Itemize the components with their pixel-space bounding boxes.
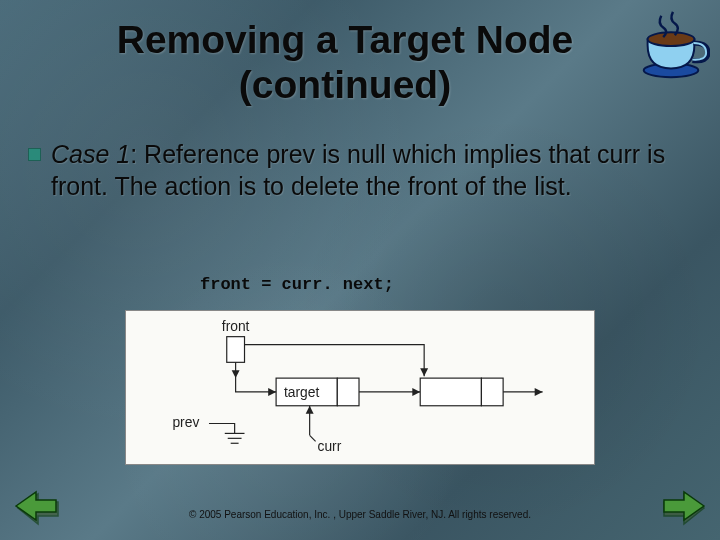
diagram-prev-label: prev — [172, 414, 199, 430]
slide-title: Removing a Target Node (continued) — [60, 18, 630, 108]
svg-marker-11 — [535, 388, 543, 396]
code-snippet: front = curr. next; — [200, 275, 394, 294]
next-slide-button[interactable] — [660, 486, 706, 526]
prev-slide-button[interactable] — [14, 486, 60, 526]
svg-rect-9 — [420, 378, 481, 406]
svg-rect-6 — [337, 378, 359, 406]
next-arrow-icon — [660, 486, 706, 526]
svg-marker-15 — [306, 406, 314, 414]
svg-marker-4 — [232, 370, 240, 378]
svg-rect-10 — [481, 378, 503, 406]
body-text-content: : Reference prev is null which implies t… — [51, 140, 665, 200]
diagram-front-label: front — [222, 318, 250, 334]
copyright-footer: © 2005 Pearson Education, Inc. , Upper S… — [0, 509, 720, 520]
svg-marker-3 — [420, 368, 428, 376]
coffee-cup-icon — [632, 6, 710, 84]
svg-marker-7 — [412, 388, 420, 396]
svg-rect-2 — [227, 337, 245, 363]
svg-marker-8 — [268, 388, 276, 396]
bullet-marker-icon — [28, 148, 41, 161]
diagram-curr-label: curr — [318, 438, 342, 454]
bullet-item: Case 1: Reference prev is null which imp… — [28, 138, 696, 202]
body-paragraph: Case 1: Reference prev is null which imp… — [51, 138, 696, 202]
linked-list-diagram: front target prev curr — [125, 310, 595, 465]
case-label: Case 1 — [51, 140, 130, 168]
prev-arrow-icon — [14, 486, 60, 526]
svg-point-1 — [648, 32, 695, 46]
diagram-target-label: target — [284, 384, 319, 400]
